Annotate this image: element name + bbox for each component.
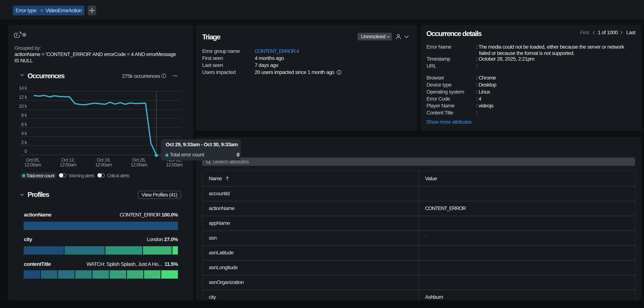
svg-text:12:00am: 12:00am bbox=[166, 162, 183, 167]
svg-text:8 k: 8 k bbox=[21, 113, 27, 118]
svg-text:12:00am: 12:00am bbox=[60, 162, 76, 167]
svg-text:12:00am: 12:00am bbox=[24, 162, 41, 167]
svg-text:6 k: 6 k bbox=[21, 122, 27, 127]
svg-text:Oct 05,: Oct 05, bbox=[26, 157, 40, 163]
svg-text:14 k: 14 k bbox=[19, 85, 27, 91]
svg-text:Oct 19,: Oct 19, bbox=[97, 157, 110, 163]
svg-text:12:00am: 12:00am bbox=[130, 162, 147, 167]
svg-text:10 k: 10 k bbox=[19, 103, 27, 109]
svg-text:12 k: 12 k bbox=[19, 94, 27, 100]
svg-text:4 k: 4 k bbox=[21, 131, 27, 136]
svg-text:12:00am: 12:00am bbox=[95, 162, 112, 167]
svg-text:0: 0 bbox=[24, 149, 27, 154]
svg-text:Oct 12,: Oct 12, bbox=[62, 157, 75, 163]
svg-text:2 k: 2 k bbox=[21, 140, 27, 145]
svg-text:Oct 26,: Oct 26, bbox=[132, 157, 146, 163]
